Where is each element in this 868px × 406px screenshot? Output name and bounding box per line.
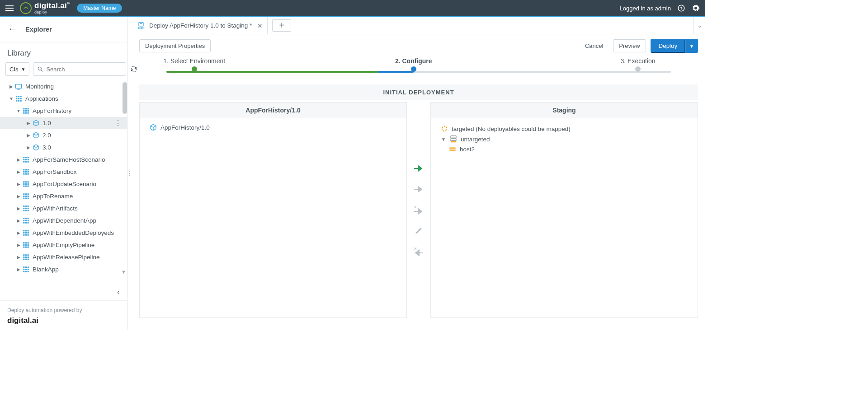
expand-arrow-icon[interactable]: ▶ <box>25 121 32 126</box>
tree-item-monitoring[interactable]: ▶ Monitoring <box>0 80 127 93</box>
svg-rect-25 <box>25 157 26 158</box>
tree-item-app[interactable]: ▶AppForSandbox <box>0 166 127 178</box>
tree-item-app[interactable]: ▶AppToRename <box>0 190 127 202</box>
footer-brand: digital.ai <box>7 316 120 325</box>
chevron-down-icon: ▼ <box>21 67 26 72</box>
application-icon <box>22 254 30 261</box>
scroll-down-hint-icon[interactable]: ▼ <box>121 269 126 275</box>
step-configure[interactable]: 2. Configure <box>368 57 459 72</box>
package-icon <box>32 132 40 139</box>
svg-rect-76 <box>25 222 26 224</box>
tab-deploy[interactable]: Deploy AppForHistory 1.0 to Staging * ✕ <box>132 17 268 34</box>
svg-rect-119 <box>451 136 456 138</box>
svg-rect-53 <box>27 193 28 195</box>
svg-rect-122 <box>449 147 455 149</box>
source-item[interactable]: AppForHistory/1.0 <box>150 124 396 131</box>
tree-item-version-3-0[interactable]: ▶ 3.0 <box>0 141 127 154</box>
svg-line-3 <box>41 70 43 72</box>
svg-rect-86 <box>27 234 28 236</box>
menu-icon[interactable] <box>5 5 14 11</box>
svg-rect-12 <box>16 100 17 102</box>
add-tab-button[interactable]: + <box>272 19 291 32</box>
tree-label: AppWithReleasePipeline <box>33 254 123 261</box>
deploy-dropdown-toggle[interactable]: ▼ <box>685 39 698 53</box>
tree-item-app[interactable]: ▶AppWithArtifacts <box>0 202 127 215</box>
preview-button[interactable]: Preview <box>613 39 646 52</box>
tree-item-app[interactable]: ▶AppWithDependentApp <box>0 215 127 227</box>
tree-item-app[interactable]: ▶AppWithEmptyPipeline <box>0 239 127 251</box>
collapse-arrow-icon[interactable]: ▼ <box>8 96 14 101</box>
tree-item-app[interactable]: ▶AppWithReleasePipeline <box>0 251 127 263</box>
svg-text:?: ? <box>680 6 683 11</box>
tree-item-app[interactable]: ▶AppForSameHostScenario <box>0 154 127 166</box>
search-box[interactable] <box>33 62 126 76</box>
svg-rect-65 <box>27 208 28 209</box>
unmap-broken-button[interactable]: ✕ <box>413 205 425 215</box>
deployment-properties-button[interactable]: Deployment Properties <box>139 39 211 52</box>
tree-label: AppWithDependentApp <box>33 217 123 224</box>
tabs-overflow-icon[interactable]: ⌄ <box>693 17 705 34</box>
svg-rect-41 <box>27 173 28 175</box>
map-all-button[interactable] <box>413 185 425 194</box>
help-icon[interactable]: ? <box>677 4 685 12</box>
cancel-button[interactable]: Cancel <box>580 40 609 52</box>
svg-point-2 <box>38 67 42 70</box>
tree-item-app[interactable]: ▶BlankApp ▼ <box>0 263 127 275</box>
ci-type-select[interactable]: CIs ▼ <box>5 62 29 76</box>
deploy-button[interactable]: Deploy <box>651 39 686 53</box>
svg-rect-29 <box>27 159 28 160</box>
targeted-group[interactable]: targeted (No deployables could be mapped… <box>441 124 688 134</box>
monitor-icon <box>14 84 23 90</box>
tree-item-version-1-0[interactable]: ▶ 1.0 ⋮ <box>0 117 127 129</box>
edit-mapping-button[interactable] <box>413 226 425 235</box>
product-name: digital.ai <box>34 1 67 10</box>
tree-item-applications[interactable]: ▼ Applications <box>0 93 127 105</box>
collapse-sidebar-icon[interactable]: ‹ <box>117 287 120 297</box>
expand-arrow-icon[interactable]: ▶ <box>8 84 14 89</box>
untargeted-group[interactable]: ▼ untargeted <box>441 134 688 145</box>
svg-rect-4 <box>15 84 21 88</box>
collapse-arrow-icon[interactable]: ▼ <box>441 137 446 142</box>
svg-rect-30 <box>23 161 24 163</box>
ci-type-label: CIs <box>9 66 19 73</box>
svg-rect-97 <box>25 254 26 256</box>
splitter-handle[interactable]: ⋮ <box>127 17 132 330</box>
svg-rect-75 <box>23 222 24 224</box>
collapse-arrow-icon[interactable]: ▼ <box>15 108 22 113</box>
svg-rect-20 <box>27 110 28 112</box>
back-arrow-icon[interactable]: ← <box>8 24 16 34</box>
svg-rect-11 <box>20 98 21 99</box>
search-input[interactable] <box>46 66 122 73</box>
application-icon <box>22 217 30 224</box>
svg-rect-108 <box>23 269 24 270</box>
map-selected-button[interactable] <box>413 164 425 173</box>
svg-rect-22 <box>25 112 26 114</box>
target-panel: Staging targeted (No deployables could b… <box>430 102 698 318</box>
tab-close-icon[interactable]: ✕ <box>257 22 263 29</box>
logo-mark-icon <box>20 2 32 14</box>
svg-rect-96 <box>23 254 24 256</box>
application-icon <box>22 181 30 187</box>
kebab-menu-icon[interactable]: ⋮ <box>114 119 123 127</box>
tree-item-app-for-history[interactable]: ▼ AppForHistory <box>0 105 127 117</box>
svg-rect-36 <box>23 171 24 173</box>
library-title: Library <box>0 42 127 62</box>
step-execution[interactable]: 3. Execution <box>593 57 683 72</box>
svg-rect-94 <box>25 247 26 248</box>
unmap-selected-button[interactable]: ✕ <box>413 247 425 256</box>
expand-arrow-icon[interactable]: ▶ <box>25 133 32 138</box>
svg-rect-78 <box>23 230 24 231</box>
target-host-item[interactable]: host2 <box>441 145 688 154</box>
tree-item-version-2-0[interactable]: ▶ 2.0 <box>0 129 127 141</box>
settings-gear-icon[interactable] <box>692 4 700 12</box>
svg-rect-40 <box>25 173 26 175</box>
tree-item-app[interactable]: ▶AppWithEmbeddedDeployeds <box>0 227 127 239</box>
svg-rect-64 <box>25 208 26 209</box>
master-name-badge[interactable]: Master Name <box>77 4 122 13</box>
expand-arrow-icon[interactable]: ▶ <box>25 145 32 150</box>
main-content: Deploy AppForHistory 1.0 to Staging * ✕ … <box>132 17 705 330</box>
product-logo: digital.ai™ deploy <box>20 2 71 14</box>
step-select-environment[interactable]: 1. Select Environment <box>149 57 240 72</box>
svg-rect-111 <box>23 271 24 272</box>
tree-item-app[interactable]: ▶AppForUpdateScenario <box>0 178 127 190</box>
